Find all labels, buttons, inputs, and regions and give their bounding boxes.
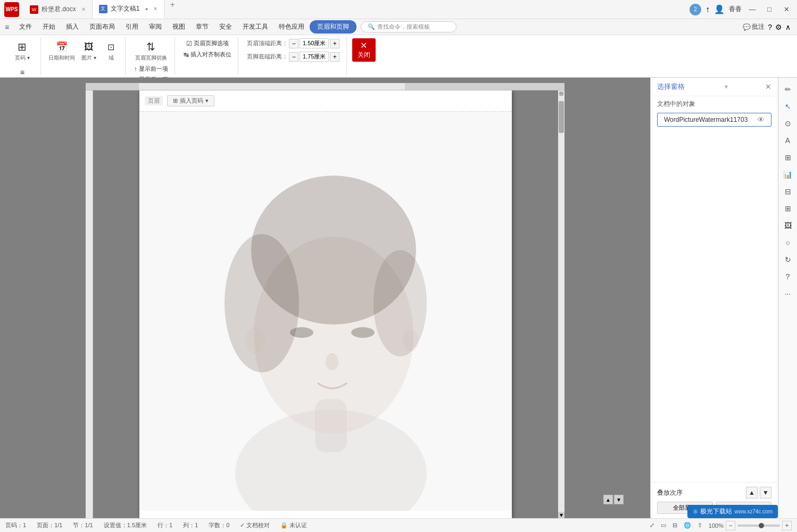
zoom-out-button[interactable]: − — [726, 521, 735, 530]
zoom-control: 100% − + — [709, 521, 792, 530]
menu-页眉和页脚[interactable]: 页眉和页脚 — [310, 20, 356, 34]
wps-logo-icon: WPS — [4, 2, 19, 17]
layout-icon[interactable]: ⊟ — [781, 184, 795, 199]
more-icon[interactable]: ··· — [781, 286, 795, 301]
hamburger-menu-icon[interactable]: ≡ — [2, 22, 12, 32]
pen-icon[interactable]: ✏ — [781, 82, 795, 97]
zoom-slider[interactable] — [737, 525, 780, 527]
tab-x-文字文稿1[interactable]: ✕ — [153, 6, 157, 12]
tab-close-文字文稿1[interactable]: ● — [145, 6, 148, 12]
document-area: 页眉 ⊞ 插入页码 ▾ — [0, 78, 650, 518]
ribbon-group-distance: 页眉顶端距离： − 1.50厘米 + 页脚底端距离： − 1.75厘米 + — [240, 37, 347, 75]
stack-down-button[interactable]: ▼ — [760, 487, 771, 498]
link-right-icon[interactable]: ⊙ — [781, 116, 795, 131]
scroll-down-btn[interactable]: ▾ — [558, 512, 564, 518]
panel-item-watermark[interactable]: WordPictureWatermark11703 👁 — [657, 113, 771, 127]
header-label: 页眉 — [145, 96, 163, 105]
table-icon[interactable]: ⊞ — [781, 150, 795, 165]
picture-right-icon[interactable]: 🖼 — [781, 218, 795, 233]
status-settings: 设置值：1.5厘米 — [104, 521, 147, 529]
user-icon[interactable]: 👤 — [714, 4, 725, 14]
close-header-footer-button[interactable]: ✕ 关闭 — [352, 38, 376, 62]
maximize-button[interactable]: □ — [763, 3, 776, 16]
ribbon-btn-日期和时间[interactable]: 📅 日期和时间 — [46, 38, 77, 63]
insert-page-num-button[interactable]: ⊞ 插入页码 ▾ — [167, 95, 214, 106]
ribbon-label-切换: 页眉页脚切换 — [135, 54, 167, 62]
status-col: 列：1 — [183, 521, 198, 529]
rotate-icon[interactable]: ↻ — [781, 252, 795, 267]
minimize-button[interactable]: — — [746, 3, 759, 16]
scroll-up-small-btn[interactable]: ▲ — [603, 495, 613, 504]
ribbon-btn-显示前一项[interactable]: ↑ 显示前一项 — [131, 64, 171, 74]
ribbon-btn-插入对齐制表位[interactable]: ↹ 插入对齐制表位 — [180, 49, 235, 60]
page-num-icon: ⊞ — [15, 39, 30, 54]
ribbon-label-域: 域 — [109, 54, 114, 62]
header-dist-minus[interactable]: − — [289, 39, 298, 48]
share-icon[interactable]: ⇧ — [698, 522, 702, 529]
status-word-count: 字数：0 — [209, 521, 229, 529]
panel-arrow-icon: ▾ — [725, 83, 728, 90]
search-box[interactable]: 🔍 查找命令，搜索模板 — [361, 21, 456, 32]
zoom-in-button[interactable]: + — [782, 521, 792, 530]
circle-icon[interactable]: ○ — [781, 235, 795, 250]
menu-章节[interactable]: 章节 — [190, 20, 214, 34]
menu-开始[interactable]: 开始 — [37, 20, 61, 34]
footer-dist-plus[interactable]: + — [330, 52, 339, 62]
notification-badge[interactable]: 2 — [690, 4, 701, 15]
tab-add-button[interactable]: + — [164, 0, 180, 19]
help-icon[interactable]: ? — [768, 23, 772, 31]
panel-close-button[interactable]: ✕ — [765, 82, 771, 91]
panel-body: 文档中的对象 WordPictureWatermark11703 👁 — [651, 96, 778, 482]
logo-url: www.xz74c.com — [734, 509, 773, 514]
chevron-up-icon[interactable]: ∧ — [785, 23, 791, 31]
tab-icon-文字: 文 — [99, 5, 107, 13]
ribbon-btn-页码[interactable]: ⊞ 页码 ▾ — [12, 38, 33, 63]
tab-粉堡君[interactable]: W 粉堡君.docx ✕ — [23, 0, 93, 19]
comment-button[interactable]: 💬 批注 — [743, 22, 765, 31]
menu-特色应用[interactable]: 特色应用 — [273, 20, 310, 34]
user-name[interactable]: 香香 — [729, 5, 742, 14]
menu-开发工具[interactable]: 开发工具 — [237, 20, 273, 34]
ribbon-btn-域[interactable]: ⊡ 域 — [101, 38, 122, 63]
settings-icon[interactable]: ⚙ — [775, 23, 782, 31]
menu-审阅[interactable]: 审阅 — [144, 20, 167, 34]
status-file-check[interactable]: ✓ 文档校对 — [240, 521, 270, 529]
close-button[interactable]: ✕ — [780, 3, 793, 16]
watermark-logo: ❄ 极光下载站 www.xz74c.com — [687, 505, 778, 518]
menu-页面布局[interactable]: 页面布局 — [84, 20, 120, 34]
scrollbar-thumb[interactable] — [559, 101, 564, 133]
ribbon-btn-页眉页脚选项[interactable]: ☑ 页眉页脚选项 — [183, 38, 232, 48]
text-format-icon[interactable]: A — [781, 133, 795, 148]
panel-title: 选择窗格 — [657, 82, 685, 92]
help-right-icon[interactable]: ? — [781, 269, 795, 284]
menu-插入[interactable]: 插入 — [61, 20, 84, 34]
ribbon-btn-切换[interactable]: ⇅ 页眉页脚切换 — [133, 38, 169, 63]
ribbon-group-header: ⊞ 页码 ▾ ≡ 页层横线 ▾ — [4, 37, 41, 75]
ribbon-label-图片: 图片 ▾ — [81, 54, 96, 62]
tab-close-粉堡君[interactable]: ✕ — [81, 6, 86, 12]
globe-icon[interactable]: 🌐 — [684, 522, 691, 529]
stack-up-button[interactable]: ▲ — [746, 487, 758, 498]
options-icon: ☑ — [186, 40, 192, 47]
header-dist-plus[interactable]: + — [330, 39, 339, 48]
search-placeholder: 查找命令，搜索模板 — [377, 23, 430, 31]
footer-dist-minus[interactable]: − — [289, 52, 298, 62]
view-multi-icon[interactable]: ⊟ — [673, 522, 677, 529]
menu-引用[interactable]: 引用 — [120, 20, 144, 34]
menu-安全[interactable]: 安全 — [214, 20, 237, 34]
upload-icon[interactable]: ↑ — [705, 5, 710, 14]
cursor-icon[interactable]: ↖ — [781, 99, 795, 114]
grid-icon[interactable]: ⊞ — [781, 201, 795, 216]
menu-视图[interactable]: 视图 — [167, 20, 190, 34]
visibility-toggle-icon[interactable]: 👁 — [757, 115, 765, 124]
scroll-down-small-btn[interactable]: ▼ — [614, 495, 624, 504]
view-single-icon[interactable]: ▭ — [661, 522, 666, 529]
tab-文字文稿1[interactable]: 文 文字文稿1 ● ✕ — [93, 0, 165, 19]
ribbon-btn-图片[interactable]: 🖼 图片 ▾ — [78, 38, 99, 63]
auth-label: 未认证 — [289, 521, 307, 529]
logo-icon: ❄ — [693, 508, 698, 516]
menu-文件[interactable]: 文件 — [14, 20, 37, 34]
expand-icon[interactable]: ⤢ — [650, 522, 654, 529]
scrollbar-vertical[interactable]: ▾ — [558, 90, 564, 518]
chart-icon[interactable]: 📊 — [781, 167, 795, 182]
